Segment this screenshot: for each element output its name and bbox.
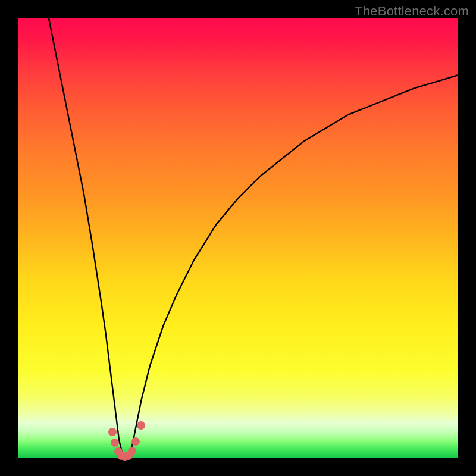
optimum-marker	[111, 439, 119, 447]
optimum-marker	[137, 421, 145, 430]
curve-path	[49, 18, 458, 458]
watermark-text: TheBottleneck.com	[355, 4, 469, 19]
bottleneck-curve	[18, 18, 458, 458]
chart-frame: TheBottleneck.com	[0, 0, 476, 476]
optimum-marker	[128, 447, 136, 455]
optimum-marker	[131, 437, 140, 446]
optimum-marker	[108, 428, 117, 436]
plot-area	[18, 18, 458, 458]
